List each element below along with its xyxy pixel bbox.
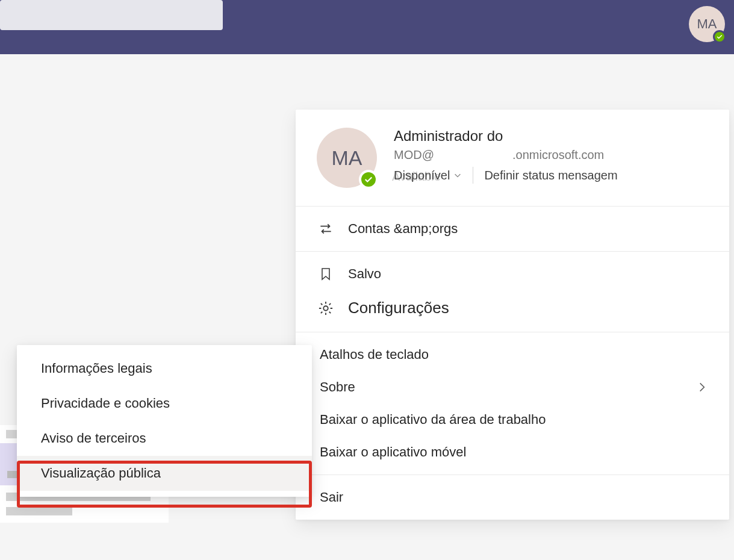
bookmark-icon (317, 266, 335, 282)
status-label: Disponível (394, 169, 450, 182)
download-mobile-item[interactable]: Baixar o aplicativo móvel (296, 436, 729, 468)
menu-item-label: Sair (320, 490, 343, 505)
menu-item-label: Baixar o aplicativo móvel (320, 444, 466, 460)
menu-item-label: Salvo (348, 266, 381, 282)
menu-item-label: Contas &amp;orgs (348, 221, 458, 237)
set-status-message-link[interactable]: Definir status mensagem (484, 169, 617, 182)
chevron-right-icon (696, 381, 708, 393)
about-item[interactable]: Sobre (296, 371, 729, 403)
submenu-item-legal[interactable]: Informações legais (17, 351, 312, 386)
presence-indicator-icon (359, 170, 378, 189)
keyboard-shortcuts-item[interactable]: Atalhos de teclado (296, 338, 729, 371)
submenu-label: Privacidade e cookies (41, 396, 170, 411)
submenu-item-thirdparty[interactable]: Aviso de terceiros (17, 421, 312, 456)
profile-header: MA Administrador do MOD@.onmicrosoft.com… (296, 110, 729, 207)
avatar-initials: MA (697, 16, 717, 32)
menu-item-label: Configurações (348, 299, 449, 317)
profile-avatar: MA (317, 128, 377, 188)
submenu-label: Informações legais (41, 361, 152, 376)
menu-item-label: Atalhos de teclado (320, 347, 429, 362)
submenu-item-public-preview[interactable]: Visualização pública (17, 456, 312, 491)
profile-menu-panel: MA Administrador do MOD@.onmicrosoft.com… (296, 110, 729, 520)
settings-item[interactable]: Configurações (296, 290, 729, 326)
profile-email: MOD@.onmicrosoft.com (394, 148, 618, 162)
accounts-orgs-item[interactable]: Contas &amp;orgs (296, 213, 729, 245)
chevron-down-icon (453, 171, 462, 179)
about-submenu: Informações legais Privacidade e cookies… (17, 345, 312, 497)
svg-point-0 (323, 306, 328, 310)
divider (473, 167, 473, 184)
submenu-item-privacy[interactable]: Privacidade e cookies (17, 386, 312, 421)
download-desktop-item[interactable]: Baixar o aplicativo da área de trabalho (296, 403, 729, 436)
menu-item-label: Baixar o aplicativo da área de trabalho (320, 412, 546, 428)
saved-item[interactable]: Salvo (296, 258, 729, 290)
menu-item-label: Sobre (320, 379, 355, 395)
profile-avatar-button[interactable]: MA (689, 6, 725, 42)
swap-icon (317, 221, 335, 237)
titlebar: MA (0, 0, 734, 54)
profile-name: Administrador do (394, 128, 618, 145)
gear-icon (317, 300, 335, 317)
avatar-initials-large: MA (332, 146, 362, 170)
submenu-label: Aviso de terceiros (41, 431, 146, 446)
sign-out-item[interactable]: Sair (296, 481, 729, 514)
status-dropdown[interactable]: Available Disponível (394, 169, 462, 182)
presence-indicator-icon (713, 30, 726, 43)
submenu-label: Visualização pública (41, 465, 161, 481)
search-input[interactable] (0, 0, 223, 30)
workspace: MA Administrador do MOD@.onmicrosoft.com… (0, 54, 734, 560)
